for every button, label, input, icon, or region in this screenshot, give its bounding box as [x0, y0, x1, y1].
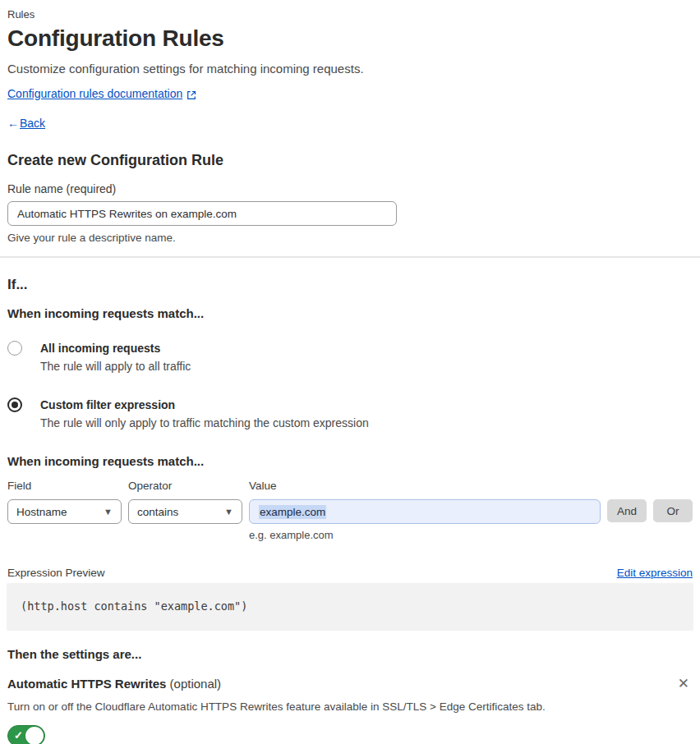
radio-description: The rule will only apply to traffic matc…: [40, 416, 369, 430]
close-icon[interactable]: ✕: [675, 677, 693, 691]
setting-optional-label: (optional): [170, 677, 222, 691]
filter-builder-row: Field Hostname ▼ Operator contains ▼ Val…: [7, 480, 693, 542]
configuration-rules-page: Rules Configuration Rules Customize conf…: [0, 0, 700, 744]
and-button[interactable]: And: [607, 499, 647, 522]
if-heading: If...: [7, 276, 693, 294]
radio-option-custom-filter[interactable]: Custom filter expression The rule will o…: [7, 397, 693, 430]
radio-option-all-incoming[interactable]: All incoming requests The rule will appl…: [7, 341, 693, 374]
toggle-knob: [25, 727, 44, 744]
expression-preview-box: (http.host contains "example.com"): [7, 583, 693, 631]
documentation-link[interactable]: Configuration rules documentation: [7, 86, 182, 101]
expression-preview-label: Expression Preview: [7, 566, 105, 580]
value-input-text: example.com: [259, 505, 326, 519]
field-label: Field: [7, 480, 122, 493]
field-select[interactable]: Hostname ▼: [7, 499, 122, 524]
operator-select-value: contains: [137, 506, 178, 518]
radio-button-all-incoming[interactable]: [7, 341, 22, 356]
page-subtitle: Customize configuration settings for mat…: [7, 61, 693, 77]
setting-name: Automatic HTTPS Rewrites (optional): [7, 676, 221, 691]
external-link-icon: [187, 89, 196, 99]
match-heading: When incoming requests match...: [7, 305, 693, 322]
radio-label: All incoming requests: [40, 341, 191, 356]
back-link[interactable]: ←Back: [7, 116, 693, 131]
value-input[interactable]: example.com: [249, 499, 601, 524]
rule-name-help: Give your rule a descriptive name.: [7, 231, 693, 245]
radio-description: The rule will apply to all traffic: [40, 359, 191, 374]
page-title: Configuration Rules: [7, 24, 693, 53]
back-link-label[interactable]: Back: [20, 117, 45, 130]
radio-button-custom-filter[interactable]: [7, 397, 22, 412]
rule-name-label: Rule name (required): [7, 182, 693, 196]
create-rule-heading: Create new Configuration Rule: [7, 150, 693, 170]
expression-code: (http.host contains "example.com"): [21, 599, 247, 613]
section-divider: [0, 256, 700, 258]
setting-toggle[interactable]: ✓: [7, 725, 45, 744]
check-icon: ✓: [14, 729, 23, 742]
then-settings-heading: Then the settings are...: [7, 646, 693, 662]
radio-label: Custom filter expression: [40, 397, 369, 412]
operator-select[interactable]: contains ▼: [128, 499, 242, 524]
chevron-down-icon: ▼: [224, 507, 233, 517]
edit-expression-link[interactable]: Edit expression: [617, 567, 693, 579]
value-help-text: e.g. example.com: [249, 528, 601, 542]
setting-description: Turn on or off the Cloudflare Automatic …: [7, 700, 693, 714]
back-arrow-icon: ←: [7, 117, 19, 130]
field-select-value: Hostname: [16, 506, 67, 518]
or-button[interactable]: Or: [653, 499, 693, 522]
chevron-down-icon: ▼: [104, 507, 113, 517]
filter-builder-heading: When incoming requests match...: [7, 453, 693, 470]
breadcrumb: Rules: [7, 8, 693, 21]
value-label: Value: [249, 480, 601, 493]
request-match-radio-group: All incoming requests The rule will appl…: [7, 341, 693, 430]
setting-name-bold: Automatic HTTPS Rewrites: [7, 677, 166, 691]
rule-name-input[interactable]: [7, 201, 397, 226]
operator-label: Operator: [128, 480, 242, 493]
